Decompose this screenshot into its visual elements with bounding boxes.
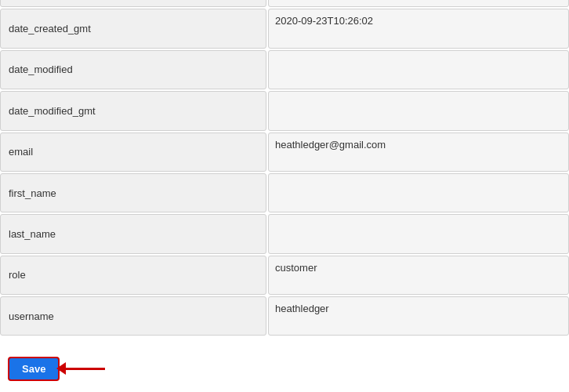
field-value-date_modified[interactable] (268, 50, 569, 89)
field-label-email: email (0, 132, 266, 172)
table-row: last_name (0, 214, 569, 253)
field-value-date_created_gmt[interactable] (268, 9, 569, 48)
field-value-username[interactable] (268, 296, 569, 336)
save-button[interactable]: Save (8, 357, 60, 381)
field-value-first_name[interactable] (268, 173, 569, 212)
field-label-role: role (0, 256, 266, 295)
table-row: role (0, 256, 569, 295)
field-label-date_created_gmt: date_created_gmt (0, 9, 266, 48)
arrow-head (56, 362, 66, 375)
table-row: date_created (0, 0, 569, 7)
footer: Save (0, 345, 569, 392)
main-container: date_createddate_created_gmtdate_modifie… (0, 0, 569, 392)
field-value-role[interactable] (268, 256, 569, 295)
field-value-date_modified_gmt[interactable] (268, 91, 569, 130)
table-row: date_modified (0, 50, 569, 89)
field-label-first_name: first_name (0, 173, 266, 212)
form-area[interactable]: date_createddate_created_gmtdate_modifie… (0, 0, 569, 345)
field-label-last_name: last_name (0, 214, 266, 253)
table-row: date_created_gmt (0, 9, 569, 48)
field-value-email[interactable] (268, 132, 569, 172)
field-value-last_name[interactable] (268, 214, 569, 253)
field-label-date_modified: date_modified (0, 50, 266, 89)
field-label-date_modified_gmt: date_modified_gmt (0, 91, 266, 130)
table-row: username (0, 296, 569, 336)
table-row: date_modified_gmt (0, 91, 569, 130)
table-row: email (0, 132, 569, 172)
arrow-annotation (66, 368, 105, 370)
field-label-username: username (0, 296, 266, 336)
arrow-line (66, 368, 105, 370)
field-value-date_created[interactable] (268, 0, 569, 7)
table-row: first_name (0, 173, 569, 212)
field-label-date_created: date_created (0, 0, 266, 7)
